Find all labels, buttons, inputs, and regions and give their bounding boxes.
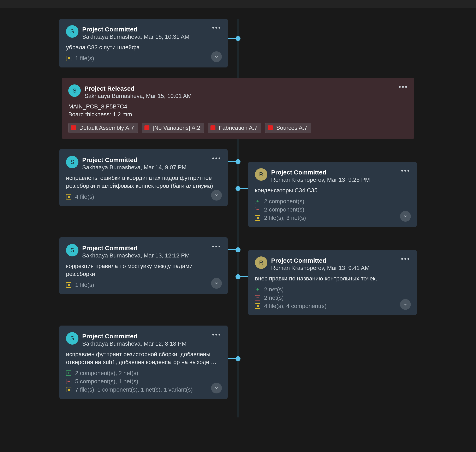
stat-modified: 1 file(s): [66, 282, 221, 288]
card-body: конденсаторы С34 С35: [255, 186, 410, 194]
tag-label: Default Assembly A.7: [79, 125, 134, 131]
more-menu-button[interactable]: [212, 156, 221, 161]
plus-icon: +: [255, 199, 260, 204]
card-body: MAIN_PCB_8.F5B7C4 Board thickness: 1.2 m…: [68, 103, 408, 118]
stat-added: +2 component(s), 2 net(s): [66, 370, 221, 376]
timeline-node: [236, 274, 240, 279]
commit-card[interactable]: R Project Committed Roman Krasnoperov, M…: [248, 162, 416, 227]
timeline-row: S Project Released Sakhaaya Burnasheva, …: [0, 78, 476, 139]
release-card[interactable]: S Project Released Sakhaaya Burnasheva, …: [62, 78, 414, 139]
tag-label: [No Variations] A.2: [153, 125, 200, 131]
modified-icon: [255, 215, 260, 221]
card-body: исправлен футпринт резисторной сборки, д…: [66, 350, 221, 366]
stat-text: 2 component(s): [264, 206, 304, 213]
avatar: R: [255, 256, 267, 269]
card-body: исправлены ошибки в координатах падов фу…: [66, 174, 221, 190]
release-tag[interactable]: Default Assembly A.7: [68, 123, 138, 133]
tag-swatch: [211, 126, 215, 130]
tag-swatch: [71, 126, 76, 130]
more-menu-button[interactable]: [212, 332, 221, 337]
minus-icon: −: [255, 295, 260, 300]
timeline-node: [236, 186, 240, 191]
chevron-down-icon: [214, 281, 219, 286]
timeline-node: [236, 356, 240, 361]
timeline-row: S Project Committed Sakhaaya Burnasheva,…: [0, 326, 476, 399]
tag-swatch: [268, 126, 273, 130]
card-title: Project Committed: [82, 244, 208, 252]
tag-label: Sources A.7: [276, 125, 307, 131]
commit-card[interactable]: S Project Committed Sakhaaya Burnasheva,…: [60, 326, 228, 399]
card-meta: Roman Krasnoperov, Mar 13, 9:41 AM: [271, 265, 397, 271]
stat-text: 5 component(s), 1 net(s): [75, 378, 138, 385]
expand-button[interactable]: [400, 211, 411, 222]
expand-button[interactable]: [211, 190, 222, 200]
release-tags: Default Assembly A.7 [No Variations] A.2…: [68, 123, 408, 133]
stat-added: +2 net(s): [255, 286, 410, 293]
stat-text: 1 file(s): [75, 282, 94, 288]
commit-card[interactable]: S Project Committed Sakhaaya Burnasheva,…: [60, 237, 228, 294]
card-meta: Sakhaaya Burnasheva, Mar 14, 9:07 PM: [82, 164, 208, 171]
more-menu-button[interactable]: [212, 25, 221, 30]
chevron-down-icon: [403, 302, 408, 307]
stat-text: 1 file(s): [75, 55, 94, 62]
card-body: коррекция правила по мостуику между пада…: [66, 262, 221, 278]
expand-button[interactable]: [211, 51, 222, 62]
card-body: убрала С82 с пути шлейфа: [66, 43, 221, 51]
expand-button[interactable]: [211, 383, 222, 393]
more-menu-button[interactable]: [400, 256, 410, 261]
avatar: S: [66, 25, 79, 38]
minus-icon: −: [66, 379, 71, 384]
chevron-down-icon: [214, 386, 219, 390]
stat-added: +2 component(s): [255, 198, 410, 205]
modified-icon: [255, 303, 260, 309]
stat-text: 2 net(s): [264, 294, 284, 301]
minus-icon: −: [255, 207, 260, 212]
stat-modified: 7 file(s), 1 component(s), 1 net(s), 1 v…: [66, 386, 221, 393]
modified-icon: [66, 56, 71, 61]
more-menu-button[interactable]: [398, 84, 408, 89]
modified-icon: [66, 194, 71, 199]
card-meta: Roman Krasnoperov, Mar 13, 9:25 PM: [271, 177, 397, 183]
stat-text: 7 file(s), 1 component(s), 1 net(s), 1 v…: [75, 386, 193, 393]
stat-text: 4 file(s): [75, 193, 94, 200]
card-meta: Sakhaaya Burnasheva, Mar 13, 12:12 PM: [82, 252, 208, 259]
timeline-node: [236, 36, 240, 41]
card-body: внес правки по названию контрольных точе…: [255, 275, 410, 282]
stat-modified: 1 file(s): [66, 55, 221, 62]
release-tag[interactable]: Fabrication A.7: [208, 123, 261, 133]
modified-icon: [66, 387, 71, 392]
stat-text: 2 component(s): [264, 198, 304, 205]
commit-card[interactable]: R Project Committed Roman Krasnoperov, M…: [248, 250, 416, 315]
stat-removed: −2 net(s): [255, 294, 410, 301]
release-tag[interactable]: [No Variations] A.2: [142, 123, 204, 133]
card-meta: Sakhaaya Burnasheva, Mar 15, 10:01 AM: [85, 93, 395, 99]
avatar: S: [66, 156, 79, 168]
plus-icon: +: [66, 371, 71, 376]
avatar: S: [66, 332, 79, 345]
card-title: Project Committed: [271, 169, 397, 176]
stat-removed: −5 component(s), 1 net(s): [66, 378, 221, 385]
card-meta: Sakhaaya Burnasheva, Mar 15, 10:31 AM: [82, 33, 208, 40]
timeline: S Project Committed Sakhaaya Burnasheva,…: [0, 8, 476, 418]
more-menu-button[interactable]: [212, 244, 221, 249]
stat-removed: −2 component(s): [255, 206, 410, 213]
timeline-row: S Project Committed Sakhaaya Burnasheva,…: [0, 237, 476, 315]
avatar: S: [68, 84, 81, 97]
release-tag[interactable]: Sources A.7: [265, 123, 311, 133]
commit-card[interactable]: S Project Committed Sakhaaya Burnasheva,…: [60, 149, 228, 206]
chevron-down-icon: [403, 214, 408, 219]
chevron-down-icon: [214, 193, 219, 197]
card-title: Project Committed: [271, 257, 397, 264]
more-menu-button[interactable]: [400, 168, 410, 173]
plus-icon: +: [255, 287, 260, 292]
expand-button[interactable]: [211, 278, 222, 289]
timeline-row: S Project Committed Sakhaaya Burnasheva,…: [0, 149, 476, 227]
tag-swatch: [145, 126, 149, 130]
commit-card[interactable]: S Project Committed Sakhaaya Burnasheva,…: [60, 19, 228, 67]
timeline-node: [236, 159, 240, 164]
stat-modified: 4 file(s), 4 component(s): [255, 303, 410, 309]
chevron-down-icon: [214, 54, 219, 59]
stat-text: 2 component(s), 2 net(s): [75, 370, 138, 376]
expand-button[interactable]: [400, 299, 411, 310]
card-title: Project Committed: [82, 26, 208, 33]
